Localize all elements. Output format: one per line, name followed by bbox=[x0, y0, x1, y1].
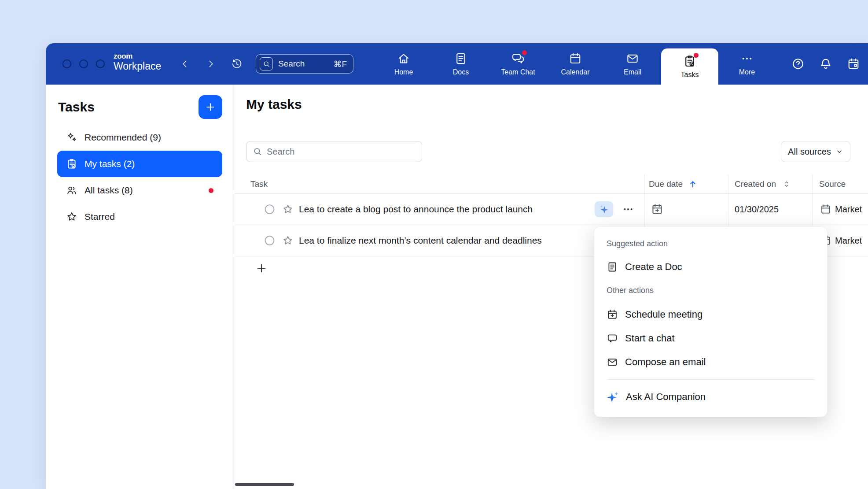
row-more-button[interactable] bbox=[620, 201, 636, 217]
star-icon bbox=[282, 235, 294, 246]
add-task-button[interactable] bbox=[254, 261, 269, 276]
task-clipboard-icon bbox=[66, 158, 77, 170]
nav-team-chat[interactable]: Team Chat bbox=[489, 43, 547, 85]
all-tasks-badge bbox=[209, 188, 213, 193]
circle-icon bbox=[264, 204, 276, 215]
people-icon bbox=[66, 185, 77, 196]
menu-item-ask-ai-companion[interactable]: Ask AI Companion bbox=[607, 385, 815, 409]
envelope-icon bbox=[607, 356, 618, 368]
column-due-date[interactable]: Due date bbox=[649, 179, 698, 189]
calendar-icon bbox=[569, 52, 582, 65]
bell-icon bbox=[819, 57, 832, 70]
nav-more[interactable]: More bbox=[718, 43, 776, 85]
nav-email[interactable]: Email bbox=[604, 43, 661, 85]
header-utilities bbox=[791, 57, 860, 70]
task-search-input[interactable] bbox=[267, 147, 416, 157]
chevron-left-icon bbox=[180, 59, 190, 69]
home-icon bbox=[397, 52, 410, 65]
sidebar-item-recommended[interactable]: Recommended (9) bbox=[57, 124, 222, 151]
notifications-button[interactable] bbox=[819, 57, 832, 70]
task-title: Lea to create a blog post to announce th… bbox=[299, 204, 533, 215]
window-control-close[interactable] bbox=[63, 59, 71, 68]
column-created-on[interactable]: Created on bbox=[735, 179, 791, 189]
chat-bubble-icon bbox=[607, 333, 618, 344]
calendar-panel-icon bbox=[847, 57, 860, 70]
history-icon bbox=[231, 58, 243, 70]
window-controls bbox=[63, 59, 105, 68]
menu-item-create-doc[interactable]: Create a Doc bbox=[607, 255, 815, 279]
tasks-icon bbox=[683, 55, 696, 68]
history-button[interactable] bbox=[230, 57, 243, 70]
table-header: Task Due date Created on Source bbox=[235, 174, 868, 194]
chevron-down-icon bbox=[835, 148, 843, 156]
window-control-minimize[interactable] bbox=[79, 59, 88, 68]
ai-sparkle-icon bbox=[599, 204, 609, 215]
page-title: My tasks bbox=[246, 97, 302, 112]
task-title: Lea to finalize next month’s content cal… bbox=[299, 235, 542, 246]
ai-actions-button[interactable] bbox=[595, 201, 613, 217]
sidebar-list: Recommended (9) My tasks (2) All tasks (… bbox=[46, 124, 234, 230]
menu-divider bbox=[607, 379, 815, 380]
star-icon bbox=[66, 211, 77, 222]
sort-toggle-icon bbox=[782, 180, 791, 189]
source-value: Market bbox=[835, 204, 862, 215]
help-icon bbox=[791, 57, 805, 70]
search-shortcut: ⌘F bbox=[333, 59, 347, 69]
source-calendar-icon bbox=[820, 204, 831, 215]
sparkles-icon bbox=[66, 132, 77, 143]
menu-item-start-chat[interactable]: Start a chat bbox=[607, 326, 815, 350]
menu-item-schedule-meeting[interactable]: Schedule meeting bbox=[607, 303, 815, 326]
back-button[interactable] bbox=[178, 57, 191, 70]
star-task-button[interactable] bbox=[282, 235, 294, 246]
doc-icon bbox=[607, 261, 618, 273]
sidebar-title: Tasks bbox=[58, 100, 95, 115]
column-task: Task bbox=[250, 179, 268, 189]
search-icon bbox=[253, 147, 262, 156]
sidebar-item-all-tasks[interactable]: All tasks (8) bbox=[57, 177, 222, 204]
column-source: Source bbox=[819, 179, 846, 189]
docs-icon bbox=[454, 52, 467, 65]
ellipsis-icon bbox=[622, 204, 634, 215]
sources-filter-dropdown[interactable]: All sources bbox=[781, 141, 850, 162]
task-search[interactable] bbox=[246, 141, 422, 162]
sidebar-item-starred[interactable]: Starred bbox=[57, 204, 222, 230]
task-row[interactable]: Lea to create a blog post to announce th… bbox=[235, 194, 868, 225]
sidebar-item-my-tasks[interactable]: My tasks (2) bbox=[57, 151, 222, 177]
horizontal-scrollbar[interactable] bbox=[235, 483, 294, 486]
logo-product: Workplace bbox=[114, 60, 161, 72]
tasks-badge bbox=[694, 53, 699, 58]
email-icon bbox=[626, 52, 639, 65]
nav-calendar[interactable]: Calendar bbox=[547, 43, 604, 85]
menu-item-compose-email[interactable]: Compose an email bbox=[607, 350, 815, 374]
team-chat-badge bbox=[522, 50, 527, 55]
nav-docs[interactable]: Docs bbox=[432, 43, 489, 85]
menu-section-label: Other actions bbox=[607, 285, 815, 296]
ai-companion-icon bbox=[607, 391, 619, 403]
logo-brand: zoom bbox=[114, 52, 161, 60]
nav-home[interactable]: Home bbox=[375, 43, 432, 85]
created-on-value: 01/30/2025 bbox=[735, 204, 779, 215]
star-task-button[interactable] bbox=[282, 204, 294, 215]
star-icon bbox=[282, 204, 294, 215]
tasks-sidebar: Tasks Recommended (9) My tasks (2) bbox=[46, 85, 234, 489]
menu-section-label: Suggested action bbox=[607, 238, 815, 249]
team-chat-icon bbox=[511, 52, 525, 65]
help-button[interactable] bbox=[791, 57, 805, 70]
forward-button[interactable] bbox=[204, 57, 217, 70]
top-header: zoom Workplace Search ⌘F Home bbox=[46, 43, 868, 85]
global-search[interactable]: Search ⌘F bbox=[256, 54, 353, 74]
source-value: Market bbox=[835, 236, 862, 246]
more-icon bbox=[740, 52, 754, 65]
window-control-maximize[interactable] bbox=[96, 59, 105, 68]
suggested-actions-menu: Suggested action Create a Doc Other acti… bbox=[594, 226, 828, 417]
plus-icon bbox=[255, 262, 268, 274]
mini-calendar-button[interactable] bbox=[847, 57, 860, 70]
new-task-button[interactable] bbox=[199, 95, 222, 119]
add-due-date-button[interactable] bbox=[651, 203, 663, 215]
zoom-workplace-logo: zoom Workplace bbox=[114, 52, 161, 72]
search-icon bbox=[260, 57, 273, 70]
nav-tasks[interactable]: Tasks bbox=[661, 48, 718, 85]
complete-task-checkbox[interactable] bbox=[264, 204, 276, 215]
search-placeholder: Search bbox=[278, 59, 305, 69]
complete-task-checkbox[interactable] bbox=[264, 235, 276, 247]
